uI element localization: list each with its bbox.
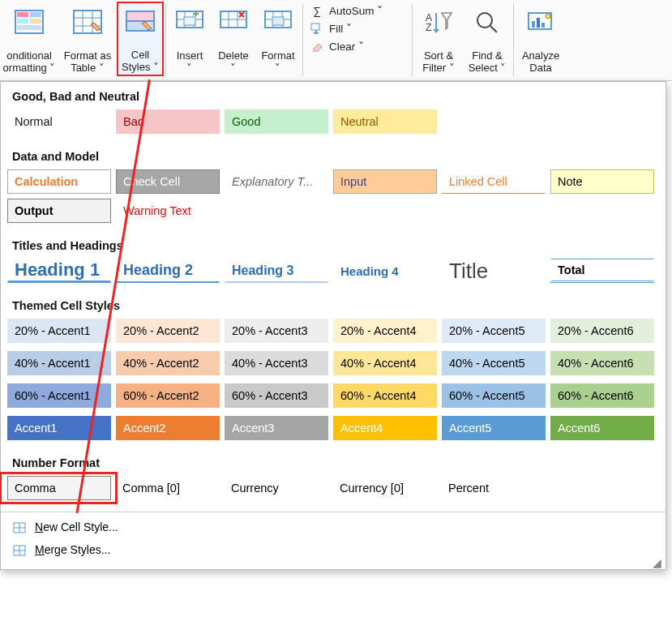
svg-rect-4: [30, 19, 41, 24]
format-button[interactable]: Format ˅: [255, 2, 301, 76]
style-calculation[interactable]: Calculation: [7, 169, 111, 194]
svg-rect-17: [184, 17, 195, 25]
themed-row-full: Accent1 Accent2 Accent3 Accent4 Accent5 …: [1, 416, 666, 448]
style-40-accent2[interactable]: 40% - Accent2: [116, 351, 220, 375]
style-heading-3[interactable]: Heading 3: [225, 259, 328, 283]
separator: [513, 3, 514, 76]
cell-styles-button[interactable]: Cell Styles ˅: [117, 2, 164, 76]
sort-filter-button[interactable]: AZ Sort & Filter ˅: [414, 2, 463, 76]
style-neutral[interactable]: Neutral: [333, 109, 437, 134]
style-20-accent5[interactable]: 20% - Accent5: [442, 319, 546, 343]
svg-line-31: [490, 26, 497, 32]
style-40-accent4[interactable]: 40% - Accent4: [333, 351, 437, 375]
style-accent1[interactable]: Accent1: [7, 416, 111, 440]
style-accent3[interactable]: Accent3: [225, 416, 328, 440]
conditional-formatting-button[interactable]: onditional ormatting ˅: [0, 2, 58, 76]
style-60-accent4[interactable]: 60% - Accent4: [333, 383, 437, 408]
themed-row-40: 40% - Accent1 40% - Accent2 40% - Accent…: [1, 351, 666, 383]
style-linked-cell[interactable]: Linked Cell: [442, 169, 546, 194]
style-accent2[interactable]: Accent2: [116, 416, 220, 440]
clear-button[interactable]: Clear ˅: [308, 39, 407, 54]
merge-styles-item[interactable]: Merge Styles...: [9, 538, 657, 561]
svg-text:Z: Z: [426, 22, 431, 33]
style-accent5[interactable]: Accent5: [442, 416, 546, 440]
eraser-icon: [310, 40, 324, 53]
style-title[interactable]: Title: [442, 259, 546, 283]
cell-styles-icon: [126, 8, 155, 37]
format-as-table-label: Format as Table ˅: [64, 49, 112, 74]
style-currency-0[interactable]: Currency [0]: [333, 476, 437, 500]
sort-filter-icon: AZ: [424, 7, 453, 36]
style-note[interactable]: Note: [550, 169, 654, 194]
style-percent[interactable]: Percent: [442, 476, 546, 500]
style-20-accent6[interactable]: 20% - Accent6: [550, 319, 654, 343]
style-output[interactable]: Output: [7, 199, 111, 223]
style-40-accent3[interactable]: 40% - Accent3: [225, 351, 328, 375]
separator: [165, 3, 166, 76]
style-comma[interactable]: Comma: [7, 476, 111, 500]
analyze-icon: [526, 7, 555, 36]
svg-rect-34: [537, 18, 540, 28]
separator: [302, 3, 303, 76]
section-number-format-title: Number Format: [1, 448, 666, 476]
resize-grip-icon[interactable]: ◢: [653, 556, 664, 567]
new-cell-style-item[interactable]: New Cell Style...: [9, 516, 657, 538]
conditional-formatting-icon: [15, 7, 44, 36]
svg-rect-2: [30, 12, 41, 17]
delete-label: Delete ˅: [218, 49, 249, 74]
style-20-accent4[interactable]: 20% - Accent4: [333, 319, 437, 343]
style-heading-2[interactable]: Heading 2: [116, 259, 220, 283]
style-40-accent5[interactable]: 40% - Accent5: [442, 351, 546, 375]
number-format-row: Comma Comma [0] Currency Currency [0] Pe…: [1, 476, 666, 508]
cell-styles-panel: Good, Bad and Neutral Normal Bad Good Ne…: [0, 81, 666, 570]
sigma-icon: ∑: [310, 4, 324, 17]
style-accent4[interactable]: Accent4: [333, 416, 437, 440]
format-cells-icon: [263, 7, 293, 36]
style-normal[interactable]: Normal: [7, 109, 111, 134]
style-good[interactable]: Good: [225, 109, 328, 134]
autosum-button[interactable]: ∑ AutoSum ˅: [308, 3, 407, 18]
style-comma-0[interactable]: Comma [0]: [116, 476, 220, 500]
format-as-table-button[interactable]: Format as Table ˅: [58, 2, 117, 76]
svg-rect-26: [272, 17, 284, 25]
style-40-accent1[interactable]: 40% - Accent1: [7, 351, 111, 375]
find-select-label: Find & Select ˅: [469, 49, 507, 74]
style-warning-text[interactable]: Warning Text: [116, 199, 220, 223]
conditional-formatting-label: onditional ormatting ˅: [3, 49, 56, 74]
themed-row-60: 60% - Accent1 60% - Accent2 60% - Accent…: [1, 383, 666, 416]
panel-footer-menu: New Cell Style... Merge Styles...: [1, 512, 666, 564]
style-accent6[interactable]: Accent6: [550, 416, 654, 440]
style-60-accent6[interactable]: 60% - Accent6: [550, 383, 654, 408]
svg-rect-3: [17, 19, 28, 24]
separator: [412, 3, 413, 76]
find-select-button[interactable]: Find & Select ˅: [463, 2, 511, 76]
style-20-accent3[interactable]: 20% - Accent3: [225, 319, 328, 343]
style-60-accent5[interactable]: 60% - Accent5: [442, 383, 546, 408]
section-data-model-title: Data and Model: [1, 142, 666, 169]
style-check-cell[interactable]: Check Cell: [116, 169, 220, 194]
fill-label: Fill ˅: [329, 22, 352, 35]
style-60-accent3[interactable]: 60% - Accent3: [225, 383, 328, 408]
new-style-icon: [12, 520, 28, 534]
style-heading-4[interactable]: Heading 4: [333, 259, 437, 283]
style-60-accent2[interactable]: 60% - Accent2: [116, 383, 220, 408]
style-20-accent1[interactable]: 20% - Accent1: [7, 319, 111, 343]
style-heading-1[interactable]: Heading 1: [7, 259, 111, 283]
svg-point-36: [546, 14, 550, 19]
style-input[interactable]: Input: [333, 169, 437, 194]
style-20-accent2[interactable]: 20% - Accent2: [116, 319, 220, 343]
style-60-accent1[interactable]: 60% - Accent1: [7, 383, 111, 408]
style-explanatory[interactable]: Explanatory T...: [225, 169, 328, 194]
style-currency[interactable]: Currency: [225, 476, 328, 500]
style-40-accent6[interactable]: 40% - Accent6: [550, 351, 654, 375]
style-total[interactable]: Total: [550, 259, 654, 283]
autosum-label: AutoSum ˅: [329, 4, 383, 17]
merge-styles-label: Merge Styles...: [35, 543, 110, 556]
good-bad-row: Normal Bad Good Neutral: [1, 109, 666, 142]
fill-button[interactable]: Fill ˅: [308, 21, 407, 36]
delete-button[interactable]: Delete ˅: [212, 2, 255, 76]
analyze-data-button[interactable]: Analyze Data: [516, 2, 566, 76]
insert-button[interactable]: Insert ˅: [168, 2, 212, 76]
style-bad[interactable]: Bad: [116, 109, 220, 134]
clear-label: Clear ˅: [329, 40, 364, 53]
